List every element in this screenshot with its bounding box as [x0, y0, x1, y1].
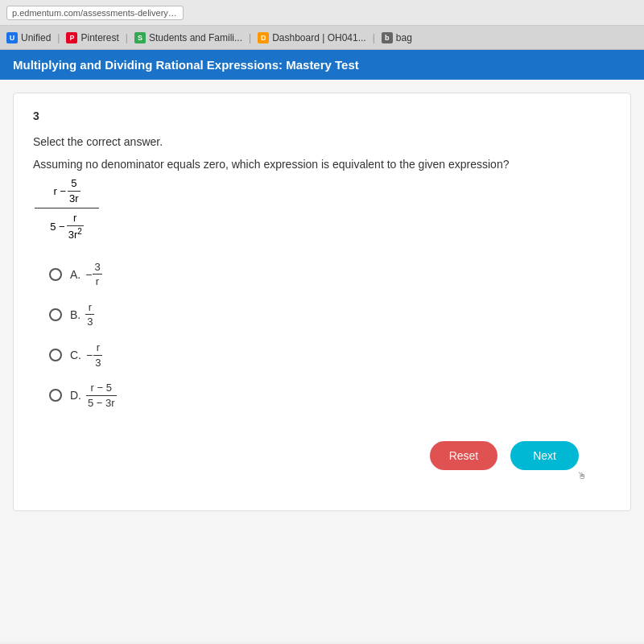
tab-sep-2: | [126, 32, 128, 43]
option-d-label: D. r − 5 5 − 3r [70, 382, 117, 409]
tab-dashboard-label: Dashboard | OH041... [272, 32, 366, 43]
page-header: Multiplying and Dividing Rational Expres… [0, 50, 644, 80]
option-a-value: − 3 r [85, 261, 101, 288]
option-b-value: r 3 [85, 301, 94, 328]
tab-sep-3: | [249, 32, 251, 43]
students-favicon: S [134, 32, 146, 43]
browser-url-bar: p.edmentum.com/assessments-delivery/ua/m… [0, 0, 644, 26]
expr-r: r − [53, 185, 66, 197]
option-c-value: − r 3 [86, 341, 102, 369]
tab-dashboard[interactable]: D Dashboard | OH041... [258, 32, 366, 43]
question-card: 3 Select the correct answer. Assuming no… [13, 93, 631, 511]
reset-button[interactable]: Reset [430, 441, 498, 470]
tab-bag-label: bag [396, 32, 412, 43]
url-text: p.edmentum.com/assessments-delivery/ua/m… [6, 6, 184, 20]
radio-d[interactable] [49, 389, 62, 402]
radio-b[interactable] [49, 308, 62, 321]
tab-students-label: Students and Famili... [149, 32, 242, 43]
cursor-hint: 🖱 [577, 470, 587, 481]
option-a-label: A. − 3 r [70, 261, 102, 288]
tab-unified[interactable]: U Unified [6, 32, 51, 43]
tab-bar: U Unified | P Pinterest | S Students and… [0, 26, 644, 50]
main-content: 3 Select the correct answer. Assuming no… [0, 80, 644, 642]
answer-options: A. − 3 r B. [49, 261, 611, 410]
tab-sep-4: | [373, 32, 375, 43]
tab-bag[interactable]: b bag [382, 32, 412, 43]
dashboard-favicon: D [258, 32, 269, 43]
tab-unified-label: Unified [21, 32, 51, 43]
next-button[interactable]: Next [510, 441, 579, 470]
option-b[interactable]: B. r 3 [49, 301, 611, 328]
option-d-letter: D. [70, 389, 81, 402]
radio-a[interactable] [49, 268, 62, 281]
page-title: Multiplying and Dividing Rational Expres… [13, 58, 359, 72]
tab-sep-1: | [57, 32, 60, 43]
tab-students[interactable]: S Students and Famili... [134, 32, 242, 43]
expr-r-over-3r2: r 3r2 [67, 212, 84, 242]
option-b-letter: B. [70, 308, 80, 321]
option-a[interactable]: A. − 3 r [49, 261, 611, 288]
option-a-letter: A. [70, 268, 80, 281]
button-row: Reset Next [33, 441, 611, 470]
option-c[interactable]: C. − r 3 [49, 341, 611, 369]
expr-5-minus: 5 − [50, 221, 64, 233]
option-d[interactable]: D. r − 5 5 − 3r [49, 382, 611, 409]
option-d-value: r − 5 5 − 3r [86, 382, 117, 409]
question-instruction: Select the correct answer. [33, 135, 611, 148]
option-c-label: C. − r 3 [70, 341, 102, 369]
tab-pinterest[interactable]: P Pinterest [66, 32, 118, 43]
radio-c[interactable] [49, 349, 62, 361]
unified-favicon: U [6, 32, 18, 43]
tab-pinterest-label: Pinterest [80, 32, 118, 43]
given-expression: r − 5 3r 5 − r 3r2 [35, 177, 611, 242]
expr-5-over-3r: 5 3r [68, 177, 80, 204]
question-number: 3 [33, 109, 611, 122]
pinterest-favicon: P [66, 32, 77, 43]
option-c-letter: C. [70, 349, 81, 361]
question-text: Assuming no denominator equals zero, whi… [33, 158, 611, 171]
option-b-label: B. r 3 [70, 301, 94, 328]
bag-favicon: b [382, 32, 393, 43]
